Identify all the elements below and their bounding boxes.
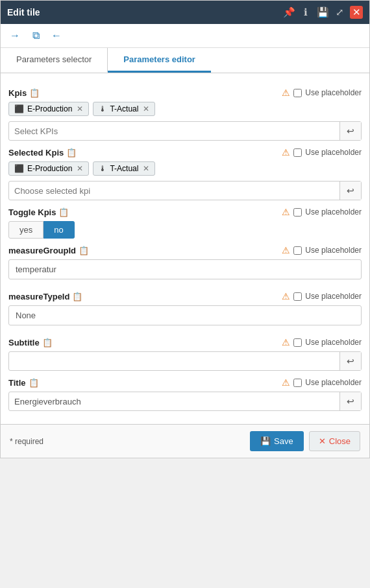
info-icon[interactable]: ℹ (299, 6, 312, 19)
title-arrow[interactable]: ↩ (339, 392, 361, 410)
title-label-text: Title (8, 378, 26, 388)
kpis-label-text: Kpis (8, 88, 27, 98)
kpis-header: Kpis 📋 ⚠ Use placeholder (8, 88, 362, 98)
toggle-kpis-doc-icon[interactable]: 📋 (58, 207, 69, 217)
measure-group-id-doc-icon[interactable]: 📋 (79, 246, 89, 255)
selected-kpis-header: Selected Kpis 📋 ⚠ Use placeholder (8, 147, 362, 158)
arrow-left-button[interactable]: ← (49, 28, 64, 43)
measure-type-id-placeholder-label: Use placeholder (305, 292, 362, 301)
pin-icon[interactable]: 📌 (282, 6, 295, 19)
title-input-wrapper: ↩ (8, 392, 362, 411)
save-icon: 💾 (260, 436, 271, 446)
selected-kpis-select-input[interactable] (9, 182, 339, 200)
measure-group-id-input[interactable] (8, 259, 362, 279)
toggle-kpis-placeholder-checkbox[interactable] (293, 208, 302, 217)
title-input[interactable] (9, 393, 339, 410)
measure-type-id-placeholder-row: ⚠ Use placeholder (282, 291, 362, 301)
measure-group-id-placeholder-row: ⚠ Use placeholder (282, 245, 362, 255)
selected-kpis-label-text: Selected Kpis (8, 148, 64, 158)
kpis-tag-t-actual: 🌡 T-Actual ✕ (93, 102, 155, 116)
subtitle-placeholder-checkbox[interactable] (293, 338, 302, 347)
sel-t-actual-remove[interactable]: ✕ (143, 164, 149, 173)
sel-t-actual-icon: 🌡 (99, 164, 106, 173)
measure-group-id-header: measureGroupId 📋 ⚠ Use placeholder (8, 245, 362, 255)
sel-t-actual-label: T-Actual (110, 164, 138, 173)
titlebar: Edit tile 📌 ℹ 💾 ⤢ ✕ (1, 1, 369, 24)
title-placeholder-row: ⚠ Use placeholder (282, 377, 362, 388)
e-production-remove[interactable]: ✕ (77, 104, 83, 113)
selected-kpis-select-arrow[interactable]: ↩ (339, 182, 361, 200)
close-icon: ✕ (319, 436, 326, 446)
title-label: Title 📋 (8, 378, 39, 388)
selected-kpis-placeholder-checkbox[interactable] (293, 148, 302, 157)
expand-icon[interactable]: ⤢ (333, 6, 346, 19)
measure-type-id-info-icon: ⚠ (282, 291, 290, 301)
title-header: Title 📋 ⚠ Use placeholder (8, 377, 362, 388)
toolbar: → ⧉ ← (1, 24, 369, 48)
e-production-label: E-Production (27, 104, 72, 113)
title-placeholder-checkbox[interactable] (293, 379, 302, 387)
edit-tile-window: Edit tile 📌 ℹ 💾 ⤢ ✕ → ⧉ ← Parameters sel… (0, 0, 370, 458)
save-label: Save (274, 436, 293, 446)
close-label: Close (329, 436, 351, 446)
subtitle-arrow[interactable]: ↩ (339, 352, 361, 370)
toggle-kpis-no[interactable]: no (43, 221, 74, 239)
measure-type-id-placeholder-checkbox[interactable] (293, 292, 302, 301)
copy-button[interactable]: ⧉ (28, 28, 43, 43)
kpis-tag-e-production: ⬛ E-Production ✕ (8, 102, 89, 116)
save-icon[interactable]: 💾 (316, 6, 329, 19)
measure-group-id-placeholder-label: Use placeholder (305, 246, 362, 255)
save-button[interactable]: 💾 Save (250, 431, 304, 451)
measure-type-id-doc-icon[interactable]: 📋 (72, 292, 82, 301)
toggle-kpis-placeholder-label: Use placeholder (305, 207, 362, 217)
kpis-tags: ⬛ E-Production ✕ 🌡 T-Actual ✕ (8, 102, 362, 116)
subtitle-placeholder-label: Use placeholder (305, 338, 362, 347)
sel-e-production-icon: ⬛ (14, 164, 24, 173)
selected-kpis-tag-e-production: ⬛ E-Production ✕ (8, 161, 89, 176)
subtitle-header: Subtitle 📋 ⚠ Use placeholder (8, 337, 362, 347)
arrow-right-button[interactable]: → (7, 28, 23, 43)
toggle-kpis-label-text: Toggle Kpis (8, 207, 56, 217)
measure-type-id-input[interactable] (8, 305, 362, 325)
measure-group-id-label-text: measureGroupId (8, 246, 76, 255)
measure-group-id-info-icon: ⚠ (282, 245, 290, 255)
content-area: Kpis 📋 ⚠ Use placeholder ⬛ E-Production … (1, 73, 369, 424)
subtitle-label: Subtitle 📋 (8, 338, 53, 347)
close-button[interactable]: ✕ Close (309, 431, 360, 451)
selected-kpis-placeholder-row: ⚠ Use placeholder (282, 147, 362, 158)
kpis-placeholder-row: ⚠ Use placeholder (282, 88, 362, 98)
kpis-placeholder-label: Use placeholder (305, 88, 362, 97)
required-label: * required (10, 437, 43, 446)
kpis-placeholder-checkbox[interactable] (293, 89, 302, 97)
kpis-select-input[interactable] (9, 123, 339, 140)
toggle-kpis-placeholder-row: ⚠ Use placeholder (282, 207, 362, 217)
subtitle-label-text: Subtitle (8, 338, 40, 347)
measure-group-id-label: measureGroupId 📋 (8, 246, 89, 255)
measure-type-id-header: measureTypeId 📋 ⚠ Use placeholder (8, 291, 362, 301)
titlebar-icons: 📌 ℹ 💾 ⤢ ✕ (282, 6, 363, 19)
t-actual-remove[interactable]: ✕ (143, 104, 149, 113)
subtitle-input-wrapper: ↩ (8, 351, 362, 371)
selected-kpis-placeholder-label: Use placeholder (305, 148, 362, 157)
selected-kpis-select-input-wrapper: ↩ (8, 181, 362, 200)
subtitle-info-icon: ⚠ (282, 337, 290, 347)
kpis-info-icon: ⚠ (282, 88, 290, 98)
toggle-kpis-yes[interactable]: yes (8, 221, 43, 239)
footer: * required 💾 Save ✕ Close (1, 424, 369, 458)
t-actual-icon: 🌡 (99, 104, 106, 113)
tab-parameters-editor[interactable]: Parameters editor (108, 48, 211, 73)
selected-kpis-doc-icon[interactable]: 📋 (66, 148, 77, 158)
measure-group-id-placeholder-checkbox[interactable] (293, 246, 302, 255)
kpis-doc-icon[interactable]: 📋 (29, 88, 40, 98)
kpis-label: Kpis 📋 (8, 88, 40, 98)
toggle-kpis-header: Toggle Kpis 📋 ⚠ Use placeholder (8, 207, 362, 217)
close-window-icon[interactable]: ✕ (350, 6, 363, 19)
footer-buttons: 💾 Save ✕ Close (250, 431, 360, 451)
kpis-select-arrow[interactable]: ↩ (339, 122, 361, 140)
subtitle-input[interactable] (9, 353, 339, 370)
title-doc-icon[interactable]: 📋 (29, 378, 39, 388)
window-title: Edit tile (7, 7, 40, 18)
tab-parameters-selector[interactable]: Parameters selector (1, 48, 108, 73)
subtitle-doc-icon[interactable]: 📋 (42, 338, 53, 347)
sel-e-production-remove[interactable]: ✕ (77, 164, 83, 173)
